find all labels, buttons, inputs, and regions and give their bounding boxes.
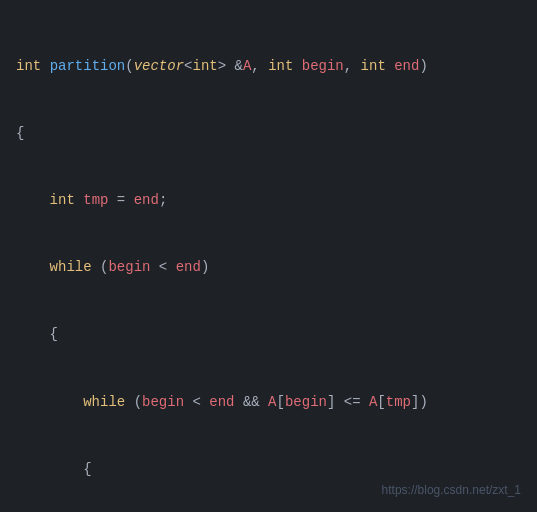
code-line-3: int tmp = end; <box>16 189 521 211</box>
code-block: int partition(vector<int> &A, int begin,… <box>0 0 537 512</box>
code-line-1: int partition(vector<int> &A, int begin,… <box>16 55 521 77</box>
code-line-7: { <box>16 458 521 480</box>
code-line-5: { <box>16 323 521 345</box>
code-line-6: while (begin < end && A[begin] <= A[tmp]… <box>16 391 521 413</box>
watermark-text: https://blog.csdn.net/zxt_1 <box>382 481 521 500</box>
code-line-2: { <box>16 122 521 144</box>
code-line-4: while (begin < end) <box>16 256 521 278</box>
